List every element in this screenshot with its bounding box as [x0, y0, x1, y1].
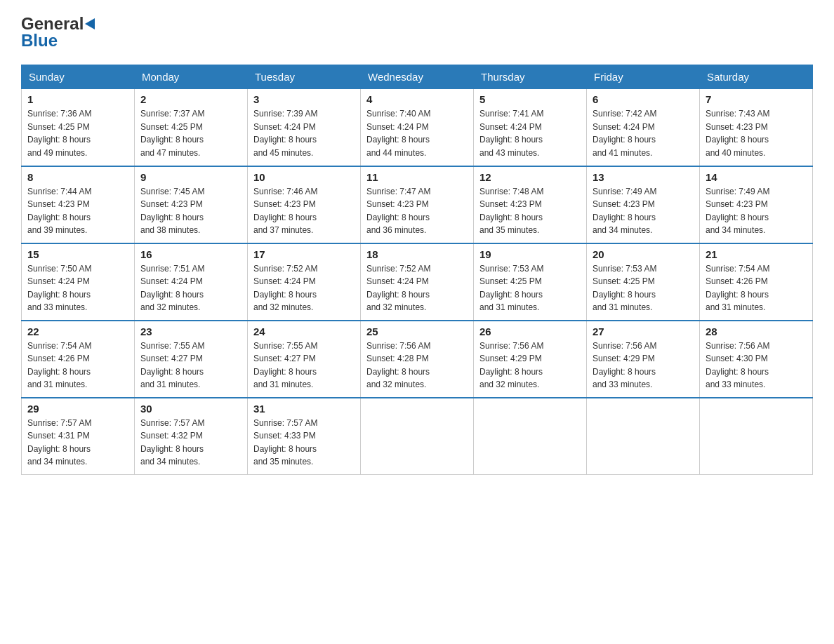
day-number: 25 — [366, 326, 468, 337]
day-number: 1 — [27, 93, 128, 105]
day-number: 22 — [27, 326, 128, 337]
calendar-day-cell: 1Sunrise: 7:36 AMSunset: 4:25 PMDaylight… — [22, 89, 135, 166]
day-number: 15 — [27, 248, 128, 260]
calendar-day-cell: 28Sunrise: 7:56 AMSunset: 4:30 PMDayligh… — [700, 321, 813, 398]
day-info: Sunrise: 7:54 AMSunset: 4:26 PMDaylight:… — [706, 262, 807, 314]
day-number: 4 — [366, 93, 468, 105]
day-info: Sunrise: 7:54 AMSunset: 4:26 PMDaylight:… — [27, 340, 128, 391]
day-of-week-header: Sunday — [22, 65, 135, 89]
calendar-day-cell — [361, 398, 474, 475]
calendar-day-cell: 11Sunrise: 7:47 AMSunset: 4:23 PMDayligh… — [361, 166, 474, 243]
day-number: 6 — [593, 93, 694, 105]
day-number: 26 — [479, 326, 581, 337]
page-header: General Blue — [21, 14, 813, 51]
day-number: 20 — [593, 248, 694, 260]
calendar-day-cell: 22Sunrise: 7:54 AMSunset: 4:26 PMDayligh… — [22, 321, 135, 398]
calendar-week-row: 8Sunrise: 7:44 AMSunset: 4:23 PMDaylight… — [22, 166, 813, 243]
calendar-day-cell: 23Sunrise: 7:55 AMSunset: 4:27 PMDayligh… — [135, 321, 248, 398]
day-info: Sunrise: 7:39 AMSunset: 4:24 PMDaylight:… — [253, 107, 355, 159]
day-number: 7 — [706, 93, 807, 105]
calendar-day-cell: 26Sunrise: 7:56 AMSunset: 4:29 PMDayligh… — [474, 321, 587, 398]
day-number: 2 — [140, 93, 241, 105]
day-info: Sunrise: 7:57 AMSunset: 4:33 PMDaylight:… — [253, 417, 355, 469]
calendar-week-row: 1Sunrise: 7:36 AMSunset: 4:25 PMDaylight… — [22, 89, 813, 166]
calendar-table: SundayMondayTuesdayWednesdayThursdayFrid… — [21, 65, 813, 475]
calendar-day-cell: 8Sunrise: 7:44 AMSunset: 4:23 PMDaylight… — [22, 166, 135, 243]
day-number: 17 — [253, 248, 355, 260]
day-number: 13 — [593, 171, 694, 183]
day-info: Sunrise: 7:42 AMSunset: 4:24 PMDaylight:… — [593, 107, 694, 159]
day-info: Sunrise: 7:50 AMSunset: 4:24 PMDaylight:… — [27, 262, 128, 314]
calendar-day-cell — [587, 398, 700, 475]
calendar-day-cell: 31Sunrise: 7:57 AMSunset: 4:33 PMDayligh… — [248, 398, 361, 475]
day-info: Sunrise: 7:52 AMSunset: 4:24 PMDaylight:… — [366, 262, 468, 314]
day-of-week-header: Wednesday — [361, 65, 474, 89]
day-info: Sunrise: 7:41 AMSunset: 4:24 PMDaylight:… — [479, 107, 581, 159]
calendar-day-cell: 25Sunrise: 7:56 AMSunset: 4:28 PMDayligh… — [361, 321, 474, 398]
calendar-day-cell: 16Sunrise: 7:51 AMSunset: 4:24 PMDayligh… — [135, 243, 248, 321]
day-number: 28 — [706, 326, 807, 337]
day-info: Sunrise: 7:48 AMSunset: 4:23 PMDaylight:… — [479, 185, 581, 237]
day-number: 27 — [593, 326, 694, 337]
calendar-day-cell: 10Sunrise: 7:46 AMSunset: 4:23 PMDayligh… — [248, 166, 361, 243]
logo: General Blue — [21, 14, 95, 51]
day-info: Sunrise: 7:37 AMSunset: 4:25 PMDaylight:… — [140, 107, 241, 159]
day-info: Sunrise: 7:57 AMSunset: 4:32 PMDaylight:… — [140, 417, 241, 469]
day-info: Sunrise: 7:57 AMSunset: 4:31 PMDaylight:… — [27, 417, 128, 469]
day-number: 24 — [253, 326, 355, 337]
calendar-day-cell: 2Sunrise: 7:37 AMSunset: 4:25 PMDaylight… — [135, 89, 248, 166]
calendar-day-cell: 13Sunrise: 7:49 AMSunset: 4:23 PMDayligh… — [587, 166, 700, 243]
day-number: 18 — [366, 248, 468, 260]
calendar-day-cell: 21Sunrise: 7:54 AMSunset: 4:26 PMDayligh… — [700, 243, 813, 321]
day-info: Sunrise: 7:46 AMSunset: 4:23 PMDaylight:… — [253, 185, 355, 237]
day-number: 31 — [253, 403, 355, 415]
day-number: 9 — [140, 171, 241, 183]
day-of-week-header: Tuesday — [248, 65, 361, 89]
calendar-day-cell: 7Sunrise: 7:43 AMSunset: 4:23 PMDaylight… — [700, 89, 813, 166]
calendar-day-cell: 12Sunrise: 7:48 AMSunset: 4:23 PMDayligh… — [474, 166, 587, 243]
calendar-day-cell: 24Sunrise: 7:55 AMSunset: 4:27 PMDayligh… — [248, 321, 361, 398]
calendar-day-cell: 9Sunrise: 7:45 AMSunset: 4:23 PMDaylight… — [135, 166, 248, 243]
day-info: Sunrise: 7:56 AMSunset: 4:29 PMDaylight:… — [479, 340, 581, 391]
day-info: Sunrise: 7:36 AMSunset: 4:25 PMDaylight:… — [27, 107, 128, 159]
day-info: Sunrise: 7:55 AMSunset: 4:27 PMDaylight:… — [140, 340, 241, 391]
day-number: 8 — [27, 171, 128, 183]
day-info: Sunrise: 7:49 AMSunset: 4:23 PMDaylight:… — [593, 185, 694, 237]
day-number: 29 — [27, 403, 128, 415]
day-number: 23 — [140, 326, 241, 337]
day-number: 3 — [253, 93, 355, 105]
day-info: Sunrise: 7:56 AMSunset: 4:29 PMDaylight:… — [593, 340, 694, 391]
calendar-week-row: 15Sunrise: 7:50 AMSunset: 4:24 PMDayligh… — [22, 243, 813, 321]
calendar-day-cell: 19Sunrise: 7:53 AMSunset: 4:25 PMDayligh… — [474, 243, 587, 321]
day-info: Sunrise: 7:55 AMSunset: 4:27 PMDaylight:… — [253, 340, 355, 391]
day-of-week-header: Thursday — [474, 65, 587, 89]
day-info: Sunrise: 7:53 AMSunset: 4:25 PMDaylight:… — [479, 262, 581, 314]
calendar-day-cell: 29Sunrise: 7:57 AMSunset: 4:31 PMDayligh… — [22, 398, 135, 475]
day-info: Sunrise: 7:44 AMSunset: 4:23 PMDaylight:… — [27, 185, 128, 237]
calendar-day-cell: 4Sunrise: 7:40 AMSunset: 4:24 PMDaylight… — [361, 89, 474, 166]
day-number: 5 — [479, 93, 581, 105]
day-number: 21 — [706, 248, 807, 260]
calendar-day-cell: 17Sunrise: 7:52 AMSunset: 4:24 PMDayligh… — [248, 243, 361, 321]
day-info: Sunrise: 7:53 AMSunset: 4:25 PMDaylight:… — [593, 262, 694, 314]
day-info: Sunrise: 7:43 AMSunset: 4:23 PMDaylight:… — [706, 107, 807, 159]
day-info: Sunrise: 7:45 AMSunset: 4:23 PMDaylight:… — [140, 185, 241, 237]
day-number: 10 — [253, 171, 355, 183]
logo-triangle-icon — [85, 18, 95, 29]
day-info: Sunrise: 7:40 AMSunset: 4:24 PMDaylight:… — [366, 107, 468, 159]
calendar-day-cell: 14Sunrise: 7:49 AMSunset: 4:23 PMDayligh… — [700, 166, 813, 243]
day-info: Sunrise: 7:47 AMSunset: 4:23 PMDaylight:… — [366, 185, 468, 237]
calendar-week-row: 29Sunrise: 7:57 AMSunset: 4:31 PMDayligh… — [22, 398, 813, 475]
calendar-day-cell: 3Sunrise: 7:39 AMSunset: 4:24 PMDaylight… — [248, 89, 361, 166]
calendar-week-row: 22Sunrise: 7:54 AMSunset: 4:26 PMDayligh… — [22, 321, 813, 398]
day-info: Sunrise: 7:51 AMSunset: 4:24 PMDaylight:… — [140, 262, 241, 314]
calendar-day-cell: 15Sunrise: 7:50 AMSunset: 4:24 PMDayligh… — [22, 243, 135, 321]
day-info: Sunrise: 7:49 AMSunset: 4:23 PMDaylight:… — [706, 185, 807, 237]
day-of-week-header: Saturday — [700, 65, 813, 89]
calendar-day-cell: 27Sunrise: 7:56 AMSunset: 4:29 PMDayligh… — [587, 321, 700, 398]
day-number: 19 — [479, 248, 581, 260]
day-of-week-header: Monday — [135, 65, 248, 89]
day-number: 16 — [140, 248, 241, 260]
day-info: Sunrise: 7:56 AMSunset: 4:28 PMDaylight:… — [366, 340, 468, 391]
day-number: 30 — [140, 403, 241, 415]
